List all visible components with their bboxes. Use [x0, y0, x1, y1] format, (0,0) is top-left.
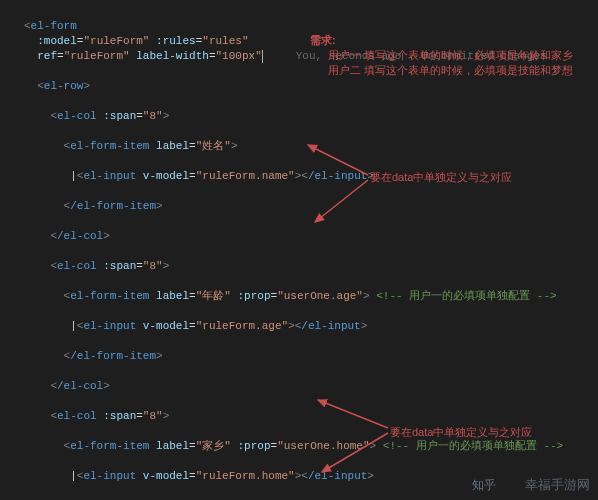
annotation-hint1: 要在data中单独定义与之对应 [370, 170, 512, 185]
annotation-hint2: 要在data中单独定义与之对应 [390, 425, 532, 440]
code-line: </el-form-item> [24, 349, 598, 364]
code-line: <el-form-item label="姓名"> [24, 139, 598, 154]
code-line: <el-col :span="8"> [24, 109, 598, 124]
code-line: |<el-input v-model="ruleForm.age"></el-i… [24, 319, 598, 334]
annotation-req2: 用户二 填写这个表单的时候，必填项是技能和梦想 [328, 63, 573, 78]
code-line: <el-col :span="8"> [24, 409, 598, 424]
code-line: <el-form-item label="年龄" :prop="userOne.… [24, 289, 598, 304]
code-line: </el-col> [24, 229, 598, 244]
text-cursor [262, 50, 263, 63]
code-line: <el-form :model="ruleForm" :rules="rules… [24, 19, 598, 34]
code-line: <el-row> [24, 79, 598, 94]
annotation-title: 需求: [310, 33, 336, 48]
code-line: </el-form-item> [24, 199, 598, 214]
code-line: <el-form-item label="家乡" :prop="userOne.… [24, 439, 598, 454]
annotation-req1: 用户一 填写这个表单的时候，必填项是年龄和家乡 [328, 48, 573, 63]
code-line: |<el-input v-model="ruleForm.home"></el-… [24, 469, 598, 484]
zhihu-watermark: 知乎 [472, 477, 496, 494]
code-line: <el-col :span="8"> [24, 259, 598, 274]
site-watermark: 幸福手游网 [525, 476, 590, 494]
code-line: </el-col> [24, 379, 598, 394]
